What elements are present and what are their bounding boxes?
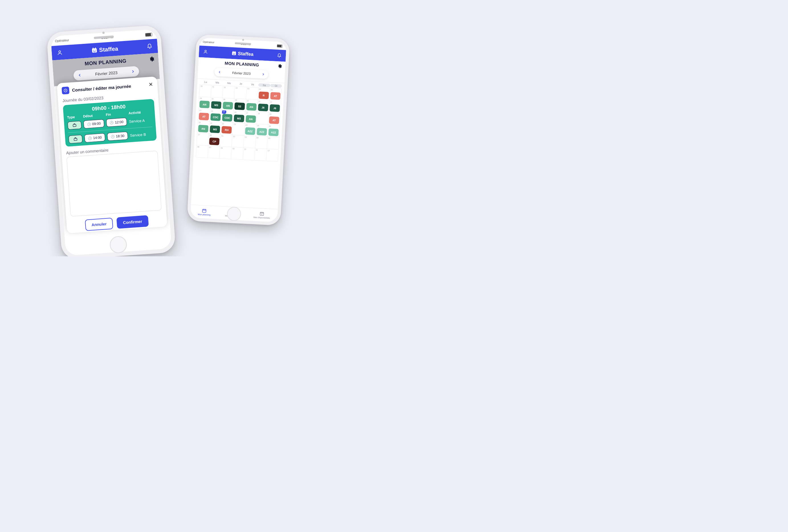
- next-month-button[interactable]: [260, 71, 266, 78]
- phone-calendar: Opérateur 3:21 PM Staffea MON PLANNING: [187, 34, 290, 226]
- calendar-cell[interactable]: 23: [232, 123, 244, 136]
- brand: Staffea: [91, 45, 118, 54]
- day-number: 15: [223, 110, 225, 113]
- calendar-cell[interactable]: 10: [243, 148, 255, 161]
- type-chip[interactable]: [68, 135, 83, 144]
- comment-input[interactable]: [66, 151, 162, 217]
- calendar-cell[interactable]: 06: [196, 145, 208, 158]
- day-number: 16: [234, 111, 237, 114]
- type-chip[interactable]: [67, 121, 82, 129]
- calendar-cell[interactable]: 12J6: [269, 101, 281, 114]
- prev-month-button[interactable]: [76, 71, 83, 79]
- tab-planning-label: Mon planning: [198, 213, 211, 216]
- calendar-cell[interactable]: 19AT: [268, 112, 280, 125]
- calendar-cell[interactable]: 07: [208, 146, 220, 159]
- svg-rect-1: [232, 52, 236, 55]
- calendar-cell[interactable]: 21MS: [209, 122, 221, 135]
- day-number: 08: [223, 99, 225, 101]
- shift-column-start: Début: [83, 113, 104, 119]
- svg-point-9: [59, 51, 61, 53]
- calendar-cell[interactable]: 03: [246, 87, 258, 100]
- calendar-cell[interactable]: 16MS: [233, 111, 245, 124]
- calendar-cell[interactable]: 28CP: [208, 134, 221, 147]
- clock-icon: [62, 87, 70, 95]
- settings-icon[interactable]: [149, 56, 155, 63]
- svg-rect-6: [203, 209, 206, 212]
- calendar-cell[interactable]: 02: [232, 135, 244, 148]
- calendar: LuMaMeJeVeSaDi 303101020304R05AT06AN07MS…: [191, 79, 284, 209]
- svg-rect-16: [73, 124, 76, 127]
- close-icon[interactable]: ✕: [148, 81, 153, 88]
- calendar-cell[interactable]: 01: [220, 135, 232, 147]
- tab-dispo[interactable]: Mes disponibilités: [253, 211, 271, 219]
- calendar-cell[interactable]: 07MS: [210, 97, 222, 110]
- tab-planning[interactable]: Mon planning: [198, 208, 211, 216]
- activity-label: Service B: [130, 131, 153, 138]
- calendar-cell[interactable]: 05: [267, 137, 279, 149]
- calendar-cell[interactable]: 05AT: [269, 88, 281, 101]
- calendar-cell[interactable]: 10AN: [245, 99, 258, 112]
- calendar-cell[interactable]: 26AZZ: [268, 125, 280, 138]
- day-number: 13: [199, 109, 201, 111]
- calendar-cell[interactable]: 22RH: [221, 122, 233, 135]
- next-month-button[interactable]: [129, 68, 137, 75]
- prev-month-button[interactable]: [217, 69, 223, 75]
- shift-tag: J6: [258, 104, 269, 111]
- profile-icon[interactable]: [56, 48, 64, 57]
- shift-tag: CP: [209, 138, 220, 145]
- end-time-chip[interactable]: 12:00: [106, 118, 127, 127]
- calendar-cell[interactable]: 20AN: [197, 121, 210, 134]
- end-time-chip[interactable]: 18:30: [107, 131, 128, 141]
- settings-icon[interactable]: [277, 64, 282, 70]
- calendar-cell[interactable]: 31: [211, 85, 223, 98]
- confirm-button[interactable]: Confirmer: [116, 215, 149, 229]
- cancel-button[interactable]: Annuler: [85, 218, 113, 231]
- calendar-cell[interactable]: 09: [231, 147, 243, 160]
- calendar-cell[interactable]: 17AN: [245, 111, 257, 124]
- start-time-chip[interactable]: 14:00: [84, 133, 105, 142]
- day-number: 05: [271, 89, 273, 91]
- day-number: 09: [232, 147, 235, 150]
- page-title: MON PLANNING: [201, 60, 282, 69]
- calendar-cell[interactable]: 12: [266, 149, 278, 162]
- day-number: 02: [235, 87, 238, 89]
- calendar-cell[interactable]: 02: [234, 87, 247, 99]
- calendar-cell[interactable]: 06AN: [199, 97, 211, 110]
- day-number: 18: [258, 112, 260, 115]
- shift-tag: AZZ: [268, 128, 279, 136]
- calendar-cell[interactable]: 09S2: [234, 99, 246, 111]
- calendar-cell[interactable]: 15CDC: [221, 110, 234, 123]
- calendar-cell[interactable]: 08AN: [222, 98, 234, 111]
- calendar-cell[interactable]: 25AZZ: [256, 124, 268, 137]
- calendar-cell[interactable]: 11J6: [257, 100, 269, 112]
- start-time-chip[interactable]: 09:00: [83, 119, 104, 129]
- shift-tag: MS: [234, 115, 244, 122]
- day-number: 22: [222, 123, 224, 125]
- calendar-cell[interactable]: 27: [197, 133, 209, 146]
- bell-icon[interactable]: [276, 52, 283, 59]
- bell-icon[interactable]: [145, 42, 154, 51]
- day-number: 25: [257, 124, 259, 127]
- weekday-label: Ma: [212, 81, 223, 85]
- weekday-label: Ve: [247, 83, 258, 87]
- day-number: 04: [256, 137, 259, 139]
- day-number: 07: [209, 146, 211, 149]
- day-number: 21: [210, 122, 213, 124]
- calendar-cell[interactable]: 18: [256, 112, 269, 125]
- calendar-cell[interactable]: 13AT: [198, 109, 210, 122]
- svg-rect-3: [235, 51, 235, 52]
- day-number: 12: [270, 101, 272, 103]
- profile-icon[interactable]: [202, 48, 209, 55]
- calendar-cell[interactable]: 08: [219, 146, 232, 159]
- battery-icon: [277, 44, 283, 47]
- shift-tag: AN: [198, 125, 209, 132]
- calendar-cell[interactable]: 14CDC: [210, 109, 222, 122]
- calendar-cell[interactable]: 04: [255, 136, 267, 149]
- carrier-label: Opérateur: [203, 40, 214, 44]
- calendar-cell[interactable]: 11: [255, 148, 267, 161]
- calendar-cell[interactable]: 30: [199, 85, 212, 97]
- calendar-cell[interactable]: 04R: [258, 88, 270, 101]
- calendar-cell[interactable]: 03: [243, 136, 256, 148]
- calendar-cell[interactable]: 24AZZ: [244, 123, 256, 136]
- calendar-cell[interactable]: 01: [222, 86, 235, 99]
